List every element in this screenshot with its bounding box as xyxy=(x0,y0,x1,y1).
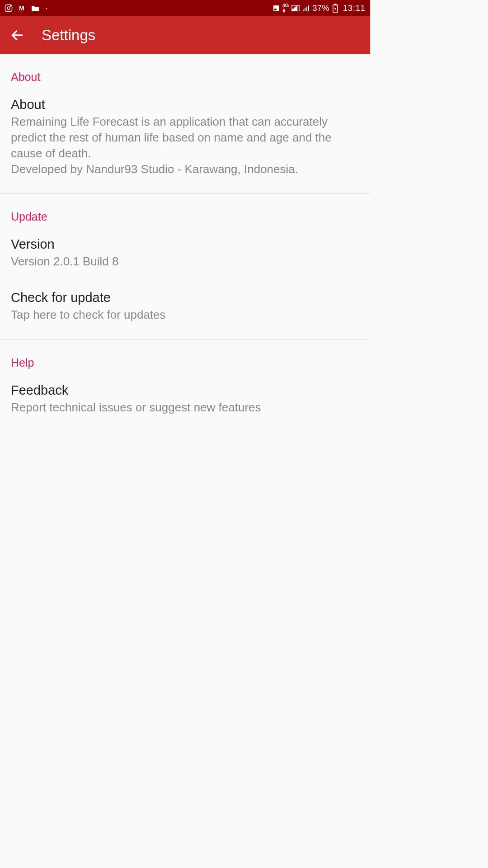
section-header-help: Help xyxy=(0,340,370,374)
item-title: Version xyxy=(11,237,359,252)
item-check-update[interactable]: Check for update Tap here to check for u… xyxy=(0,275,370,328)
status-right: 4G⇅ 37% 13:11 xyxy=(272,3,366,13)
svg-point-2 xyxy=(10,6,11,7)
app-bar: Settings xyxy=(0,16,370,54)
m-icon: M xyxy=(19,5,24,12)
svg-rect-14 xyxy=(334,4,336,5)
item-desc: Report technical issues or suggest new f… xyxy=(11,400,359,415)
svg-point-1 xyxy=(7,7,10,9)
section-header-update: Update xyxy=(0,194,370,228)
item-title: About xyxy=(11,97,359,112)
signal-1-icon xyxy=(291,5,300,12)
svg-rect-11 xyxy=(306,7,307,11)
item-about[interactable]: About Remaining Life Forecast is an appl… xyxy=(0,88,370,183)
item-version[interactable]: Version Version 2.0.1 Build 8 xyxy=(0,228,370,275)
section-update: Update Version Version 2.0.1 Build 8 Che… xyxy=(0,194,370,340)
item-desc: Remaining Life Forecast is an applicatio… xyxy=(11,114,359,177)
svg-rect-10 xyxy=(305,8,305,11)
item-title: Feedback xyxy=(11,383,359,398)
item-feedback[interactable]: Feedback Report technical issues or sugg… xyxy=(0,374,370,421)
battery-icon xyxy=(332,4,338,13)
svg-rect-4 xyxy=(274,9,277,10)
signal-2-icon xyxy=(302,5,310,12)
item-desc: Tap here to check for updates xyxy=(11,307,359,323)
section-header-about: About xyxy=(0,54,370,88)
folder-icon xyxy=(31,5,40,12)
section-help: Help Feedback Report technical issues or… xyxy=(0,340,370,432)
item-desc: Version 2.0.1 Build 8 xyxy=(11,254,359,269)
svg-rect-7 xyxy=(295,8,296,10)
back-button[interactable] xyxy=(9,27,25,43)
card-icon xyxy=(272,5,280,12)
status-left: M • xyxy=(5,4,47,12)
svg-rect-6 xyxy=(293,9,294,11)
clock: 13:11 xyxy=(343,4,366,13)
section-about: About About Remaining Life Forecast is a… xyxy=(0,54,370,194)
dot-icon: • xyxy=(46,6,47,10)
svg-rect-8 xyxy=(296,6,297,10)
instagram-icon xyxy=(5,4,13,12)
network-type: 4G⇅ xyxy=(282,3,289,13)
page-title: Settings xyxy=(42,27,95,44)
content: About About Remaining Life Forecast is a… xyxy=(0,54,370,432)
battery-percent: 37% xyxy=(312,4,329,13)
item-title: Check for update xyxy=(11,290,359,305)
svg-rect-9 xyxy=(303,9,304,11)
status-bar: M • 4G⇅ xyxy=(0,0,370,16)
svg-rect-12 xyxy=(308,5,309,11)
